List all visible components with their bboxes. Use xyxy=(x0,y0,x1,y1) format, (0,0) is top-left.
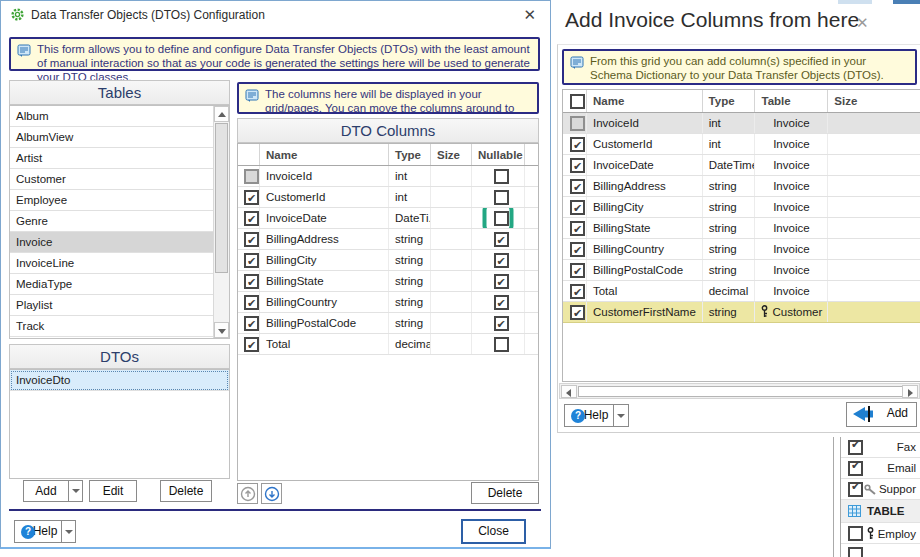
help-button[interactable]: ? Help xyxy=(564,404,614,427)
schema-column-row[interactable]: CustomerIdintInvoice xyxy=(563,134,920,155)
row-select-checkbox[interactable] xyxy=(570,158,585,173)
dtos-list-item[interactable]: InvoiceDto xyxy=(10,370,229,391)
delete-column-button[interactable]: Delete xyxy=(471,482,539,504)
nullable-checkbox[interactable] xyxy=(494,169,509,184)
select-all-checkbox[interactable] xyxy=(570,94,585,109)
delete-dto-button[interactable]: Delete xyxy=(160,480,212,502)
column-header-type[interactable]: Type xyxy=(389,144,431,165)
tables-list-item[interactable]: Album xyxy=(10,106,213,127)
dto-column-row[interactable]: BillingCountrystring xyxy=(238,292,538,313)
nullable-checkbox[interactable] xyxy=(494,190,509,205)
field-checkbox[interactable] xyxy=(848,526,863,541)
scroll-left-icon[interactable] xyxy=(561,385,577,398)
horizontal-scrollbar[interactable] xyxy=(559,383,920,399)
column-header-nullable[interactable]: Nullable xyxy=(472,144,525,165)
tables-list-item[interactable]: Employee xyxy=(10,190,213,211)
column-header-name[interactable]: Name xyxy=(260,144,389,165)
schema-column-row[interactable]: BillingAddressstringInvoice xyxy=(563,176,920,197)
schema-field-row[interactable]: Fax xyxy=(841,437,920,458)
column-header-name[interactable]: Name xyxy=(587,90,703,112)
column-header-type[interactable]: Type xyxy=(703,90,756,112)
move-down-button[interactable] xyxy=(261,483,282,504)
field-checkbox[interactable] xyxy=(848,440,863,455)
row-select-checkbox[interactable] xyxy=(570,221,585,236)
row-select-checkbox[interactable] xyxy=(244,316,259,331)
schema-field-row[interactable]: Email xyxy=(841,458,920,479)
schema-column-row[interactable]: BillingCitystringInvoice xyxy=(563,197,920,218)
dto-column-row[interactable]: BillingAddressstring xyxy=(238,229,538,250)
field-checkbox[interactable] xyxy=(848,547,863,557)
row-select-checkbox[interactable] xyxy=(570,263,585,278)
schema-field-row[interactable] xyxy=(841,544,920,557)
row-select-checkbox[interactable] xyxy=(570,242,585,257)
row-select-checkbox[interactable] xyxy=(570,305,585,320)
scroll-right-icon[interactable] xyxy=(902,385,918,398)
schema-column-row[interactable]: TotaldecimalInvoice xyxy=(563,281,920,302)
row-select-checkbox[interactable] xyxy=(244,232,259,247)
dto-column-row[interactable]: InvoiceIdint xyxy=(238,166,538,187)
schema-column-row[interactable]: InvoiceDateDateTimeInvoice xyxy=(563,155,920,176)
schema-column-row[interactable]: InvoiceIdintInvoice xyxy=(563,113,920,134)
scroll-up-icon[interactable] xyxy=(214,106,229,122)
help-dropdown[interactable] xyxy=(61,520,76,543)
row-select-checkbox[interactable] xyxy=(570,284,585,299)
dto-column-row[interactable]: Totaldecimal xyxy=(238,334,538,355)
schema-field-row[interactable]: Employ xyxy=(841,523,920,544)
move-up-button[interactable] xyxy=(237,483,258,504)
scroll-down-icon[interactable] xyxy=(214,322,229,338)
row-select-checkbox[interactable] xyxy=(244,169,259,184)
row-select-checkbox[interactable] xyxy=(570,137,585,152)
column-header-table[interactable]: Table xyxy=(755,90,828,112)
dto-column-row[interactable]: CustomerIdint xyxy=(238,187,538,208)
schema-column-row[interactable]: BillingCountrystringInvoice xyxy=(563,239,920,260)
schema-table-header-row[interactable]: TABLE xyxy=(841,500,920,523)
tables-list-item[interactable]: Artist xyxy=(10,148,213,169)
row-select-checkbox[interactable] xyxy=(570,116,585,131)
row-select-checkbox[interactable] xyxy=(570,179,585,194)
add-dto-dropdown[interactable] xyxy=(68,480,83,502)
schema-field-row[interactable]: Suppor xyxy=(841,479,920,500)
row-select-checkbox[interactable] xyxy=(244,337,259,352)
tables-list-item[interactable]: InvoiceLine xyxy=(10,253,213,274)
dto-column-row[interactable]: BillingStatestring xyxy=(238,271,538,292)
dto-column-row[interactable]: BillingCitystring xyxy=(238,250,538,271)
nullable-checkbox[interactable] xyxy=(494,211,509,226)
schema-column-row[interactable]: CustomerFirstNamestringCustomer xyxy=(563,302,920,323)
help-dropdown[interactable] xyxy=(613,404,629,427)
tables-list-item[interactable]: AlbumView xyxy=(10,127,213,148)
row-select-checkbox[interactable] xyxy=(244,211,259,226)
tables-list-item[interactable]: Track xyxy=(10,316,213,337)
field-checkbox[interactable] xyxy=(848,461,863,476)
nullable-checkbox[interactable] xyxy=(494,337,509,352)
tables-list-item[interactable]: Genre xyxy=(10,211,213,232)
nullable-checkbox[interactable] xyxy=(494,295,509,310)
nullable-checkbox[interactable] xyxy=(494,253,509,268)
schema-column-row[interactable]: BillingStatestringInvoice xyxy=(563,218,920,239)
row-select-checkbox[interactable] xyxy=(244,253,259,268)
scrollbar-thumb[interactable] xyxy=(215,123,228,273)
tables-list-item[interactable]: Playlist xyxy=(10,295,213,316)
row-select-checkbox[interactable] xyxy=(244,295,259,310)
column-header-size[interactable]: Size xyxy=(828,90,920,112)
row-select-checkbox[interactable] xyxy=(244,190,259,205)
edit-dto-button[interactable]: Edit xyxy=(89,480,137,502)
close-icon[interactable]: ✕ xyxy=(856,14,869,32)
nullable-checkbox[interactable] xyxy=(494,316,509,331)
tables-list-item[interactable]: Customer xyxy=(10,169,213,190)
scrollbar-thumb[interactable] xyxy=(578,386,903,397)
close-icon[interactable]: ✕ xyxy=(523,6,536,24)
dto-column-row[interactable]: InvoiceDateDateTi... xyxy=(238,208,538,229)
field-checkbox[interactable] xyxy=(848,482,863,497)
add-columns-button[interactable]: Add xyxy=(846,402,917,427)
row-select-checkbox[interactable] xyxy=(570,200,585,215)
nullable-checkbox[interactable] xyxy=(494,274,509,289)
tables-list-item[interactable]: Invoice xyxy=(10,232,213,253)
column-header-size[interactable]: Size xyxy=(431,144,472,165)
tables-list-item[interactable]: MediaType xyxy=(10,274,213,295)
help-button[interactable]: ? Help xyxy=(14,520,62,543)
close-button[interactable]: Close xyxy=(461,519,526,544)
tables-scrollbar[interactable] xyxy=(213,106,229,338)
row-select-checkbox[interactable] xyxy=(244,274,259,289)
dto-column-row[interactable]: BillingPostalCodestring xyxy=(238,313,538,334)
nullable-checkbox[interactable] xyxy=(494,232,509,247)
